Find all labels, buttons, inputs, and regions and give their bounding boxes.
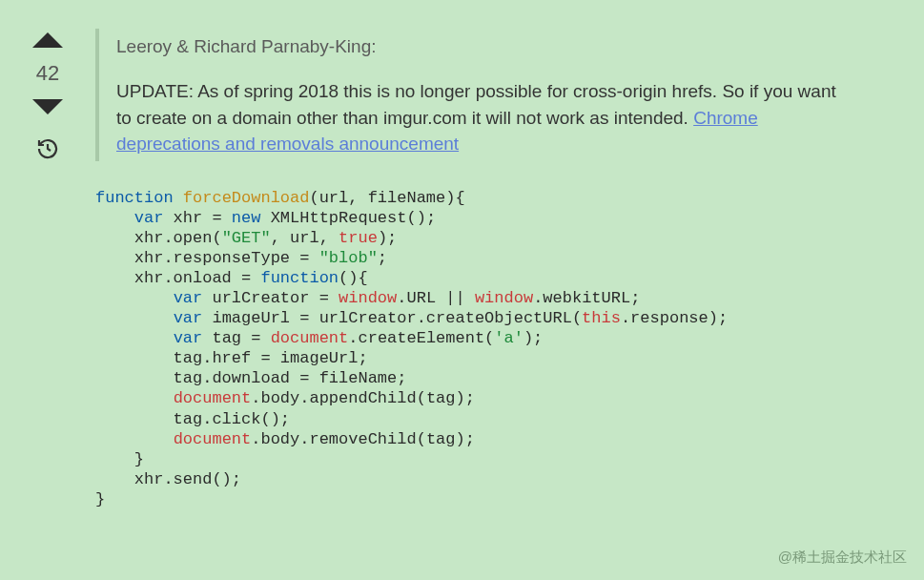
quote-author: Leeroy & Richard Parnaby-King:	[116, 36, 888, 57]
answer-content: Leeroy & Richard Parnaby-King: UPDATE: A…	[76, 29, 905, 509]
history-icon[interactable]	[36, 137, 59, 164]
blockquote: Leeroy & Richard Parnaby-King: UPDATE: A…	[95, 29, 905, 161]
watermark: @稀土掘金技术社区	[778, 549, 907, 567]
vote-column: 42	[19, 29, 76, 509]
code-block: function forceDownload(url, fileName){ v…	[95, 188, 905, 509]
vote-count: 42	[36, 61, 59, 86]
upvote-icon[interactable]	[32, 32, 63, 48]
quote-body: UPDATE: As of spring 2018 this is no lon…	[116, 78, 841, 157]
downvote-icon[interactable]	[32, 99, 63, 114]
